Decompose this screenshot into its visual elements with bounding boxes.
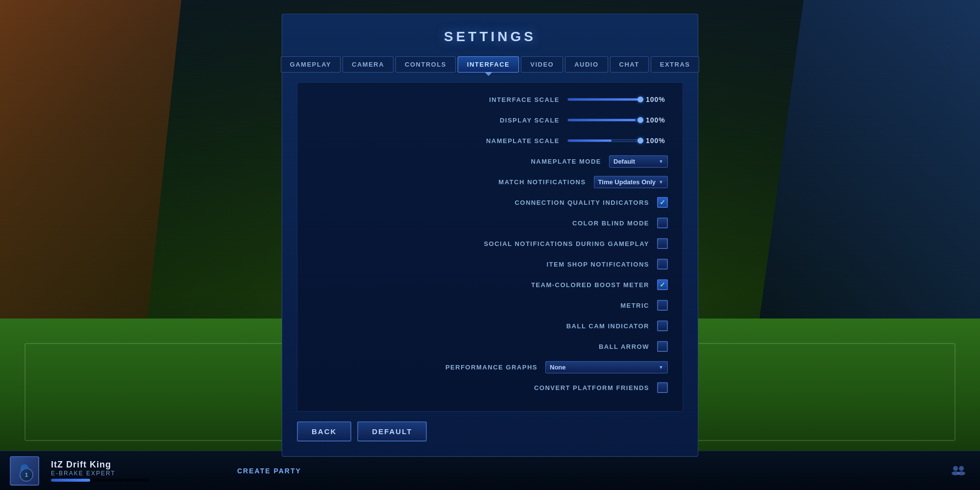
nameplate-mode-label: NAMEPLATE MODE	[531, 158, 601, 165]
setting-convert-platform: CONVERT PLATFORM FRIENDS	[312, 381, 668, 394]
nameplate-scale-fill	[568, 140, 612, 142]
social-notifications-checkbox[interactable]	[657, 238, 668, 249]
interface-scale-track[interactable]	[567, 98, 641, 101]
display-scale-thumb[interactable]	[637, 117, 643, 123]
display-scale-label: DISPLAY SCALE	[500, 117, 560, 124]
default-button[interactable]: DEFAULT	[357, 421, 427, 441]
tabs-container: GAMEPLAY CAMERA CONTROLS INTERFACE VIDEO…	[297, 56, 683, 73]
connection-quality-label: CONNECTION QUALITY INDICATORS	[514, 199, 649, 206]
interface-scale-label: INTERFACE SCALE	[489, 96, 560, 103]
tab-extras[interactable]: EXTRAS	[651, 56, 700, 73]
setting-performance-graphs: PERFORMANCE GRAPHS None ▼	[312, 360, 668, 374]
settings-content: INTERFACE SCALE 100% DISPLAY SCALE	[297, 82, 683, 412]
performance-graphs-dropdown[interactable]: None ▼	[545, 361, 668, 373]
connection-quality-checkbox[interactable]	[657, 197, 668, 208]
setting-match-notifications: MATCH NOTIFICATIONS Time Updates Only ▼	[312, 175, 668, 189]
interface-scale-slider-container: 100%	[567, 96, 668, 103]
item-shop-label: ITEM SHOP NOTIFICATIONS	[546, 261, 649, 268]
setting-connection-quality: CONNECTION QUALITY INDICATORS	[312, 196, 668, 209]
match-notifications-value: Time Updates Only	[598, 178, 656, 186]
ball-arrow-label: BALL ARROW	[599, 343, 649, 350]
match-notifications-dropdown[interactable]: Time Updates Only ▼	[594, 176, 668, 188]
nameplate-scale-thumb[interactable]	[637, 138, 643, 144]
setting-nameplate-scale: NAMEPLATE SCALE 100%	[312, 134, 668, 147]
match-notifications-label: MATCH NOTIFICATIONS	[498, 178, 586, 186]
nameplate-scale-label: NAMEPLATE SCALE	[486, 137, 560, 145]
social-notifications-label: SOCIAL NOTIFICATIONS DURING GAMEPLAY	[484, 240, 649, 247]
setting-item-shop: ITEM SHOP NOTIFICATIONS	[312, 257, 668, 271]
nameplate-mode-dropdown[interactable]: Default ▼	[609, 155, 668, 168]
display-scale-fill	[568, 119, 636, 121]
display-scale-slider-container: 100%	[567, 116, 668, 124]
back-button[interactable]: BACK	[297, 421, 351, 441]
setting-social-notifications: SOCIAL NOTIFICATIONS DURING GAMEPLAY	[312, 237, 668, 250]
interface-scale-fill	[568, 98, 640, 100]
setting-display-scale: DISPLAY SCALE 100%	[312, 113, 668, 127]
team-colored-boost-checkbox[interactable]	[657, 279, 668, 290]
nameplate-scale-slider-container: 100%	[567, 137, 668, 145]
display-scale-value: 100%	[646, 116, 668, 124]
settings-modal: SETTINGS GAMEPLAY CAMERA CONTROLS INTERF…	[282, 14, 698, 457]
item-shop-checkbox[interactable]	[657, 259, 668, 270]
tab-controls[interactable]: CONTROLS	[395, 56, 456, 73]
modal-buttons: BACK DEFAULT	[297, 421, 683, 441]
color-blind-checkbox[interactable]	[657, 218, 668, 228]
ball-cam-label: BALL CAM INDICATOR	[566, 322, 649, 330]
nameplate-scale-track[interactable]	[567, 139, 641, 142]
display-scale-track[interactable]	[567, 119, 641, 122]
convert-platform-checkbox[interactable]	[657, 382, 668, 393]
metric-checkbox[interactable]	[657, 300, 668, 311]
ball-arrow-checkbox[interactable]	[657, 341, 668, 352]
nameplate-mode-arrow: ▼	[659, 159, 663, 164]
tab-interface[interactable]: INTERFACE	[458, 56, 519, 73]
metric-label: METRIC	[620, 302, 649, 309]
ball-cam-checkbox[interactable]	[657, 320, 668, 331]
modal-title: SETTINGS	[297, 29, 683, 45]
performance-graphs-label: PERFORMANCE GRAPHS	[445, 364, 538, 371]
interface-scale-thumb[interactable]	[637, 97, 643, 102]
setting-interface-scale: INTERFACE SCALE 100%	[312, 93, 668, 106]
modal-overlay: SETTINGS GAMEPLAY CAMERA CONTROLS INTERF…	[0, 0, 980, 490]
tab-camera[interactable]: CAMERA	[343, 56, 393, 73]
setting-team-colored-boost: TEAM-COLORED BOOST METER	[312, 278, 668, 292]
setting-ball-arrow: BALL ARROW	[312, 340, 668, 353]
performance-graphs-value: None	[550, 364, 566, 371]
nameplate-scale-value: 100%	[646, 137, 668, 145]
setting-ball-cam: BALL CAM INDICATOR	[312, 319, 668, 333]
color-blind-label: COLOR BLIND MODE	[572, 220, 649, 227]
setting-nameplate-mode: NAMEPLATE MODE Default ▼	[312, 154, 668, 168]
convert-platform-label: CONVERT PLATFORM FRIENDS	[534, 384, 649, 392]
setting-color-blind: COLOR BLIND MODE	[312, 216, 668, 230]
tab-audio[interactable]: AUDIO	[565, 56, 608, 73]
setting-metric: METRIC	[312, 298, 668, 312]
tab-chat[interactable]: CHAT	[610, 56, 649, 73]
team-colored-boost-label: TEAM-COLORED BOOST METER	[531, 281, 649, 289]
interface-scale-value: 100%	[646, 96, 668, 103]
nameplate-mode-value: Default	[613, 158, 635, 165]
tab-video[interactable]: VIDEO	[521, 56, 563, 73]
tab-gameplay[interactable]: GAMEPLAY	[281, 56, 341, 73]
performance-graphs-arrow: ▼	[659, 365, 663, 370]
match-notifications-arrow: ▼	[659, 179, 663, 185]
